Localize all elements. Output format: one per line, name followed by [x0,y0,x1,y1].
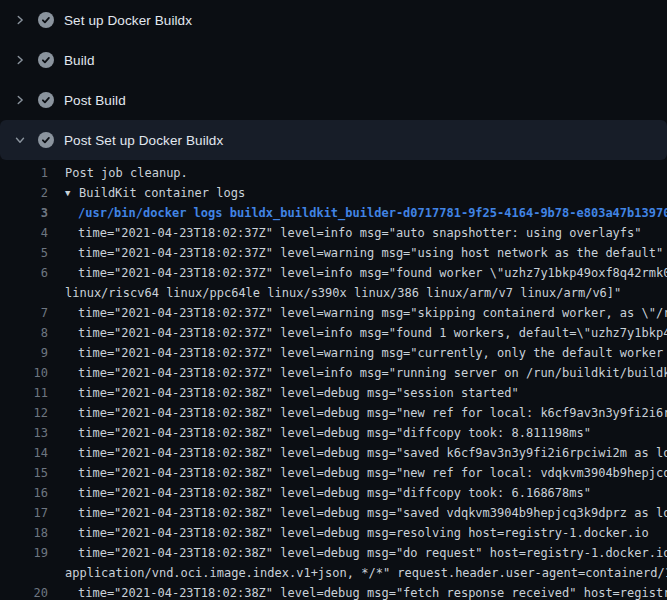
log-line: 7time="2021-04-23T18:02:37Z" level=warni… [0,303,667,323]
log-line: 18time="2021-04-23T18:02:38Z" level=debu… [0,523,667,543]
chevron-right-icon[interactable] [12,92,28,108]
log-line-number[interactable]: 20 [0,583,48,600]
chevron-right-icon[interactable] [12,52,28,68]
log-line-text: time="2021-04-23T18:02:38Z" level=debug … [78,406,667,420]
log-line-number[interactable]: 10 [0,363,48,383]
log-line: 17time="2021-04-23T18:02:38Z" level=debu… [0,503,667,523]
log-line-text: time="2021-04-23T18:02:38Z" level=debug … [78,446,667,460]
log-line-text: time="2021-04-23T18:02:37Z" level=info m… [78,266,667,280]
log-group-toggle-icon[interactable]: ▼ [65,183,79,203]
check-circle-icon [38,52,54,68]
log-line-number[interactable]: 8 [0,323,48,343]
log-line-number[interactable]: 9 [0,343,48,363]
step-header-set-up-docker-buildx[interactable]: Set up Docker Buildx [0,0,667,40]
log-line-number[interactable]: 13 [0,423,48,443]
log-line: 16time="2021-04-23T18:02:38Z" level=debu… [0,483,667,503]
log-line-text: time="2021-04-23T18:02:37Z" level=info m… [78,326,667,340]
log-line: 1Post job cleanup. [0,163,667,183]
log-line-number[interactable]: 14 [0,443,48,463]
log-line-number[interactable]: 12 [0,403,48,423]
log-line: 2▼BuildKit container logs [0,183,667,203]
log-line-text: time="2021-04-23T18:02:37Z" level=info m… [78,226,642,240]
log-line-number[interactable]: 4 [0,223,48,243]
log-line-number[interactable]: 18 [0,523,48,543]
log-line-text: BuildKit container logs [79,186,245,200]
log-line-text: application/vnd.oci.image.index.v1+json,… [65,566,667,580]
log-line-number[interactable]: 7 [0,303,48,323]
log-line-number[interactable]: 16 [0,483,48,503]
log-line-text: time="2021-04-23T18:02:38Z" level=debug … [78,506,667,520]
actions-log-viewer: Set up Docker BuildxBuildPost BuildPost … [0,0,667,600]
step-title: Post Set up Docker Buildx [64,133,223,148]
log-line-text: time="2021-04-23T18:02:38Z" level=debug … [78,486,591,500]
chevron-right-icon[interactable] [12,12,28,28]
log-line-text: time="2021-04-23T18:02:38Z" level=debug … [78,586,667,600]
log-line-text: /usr/bin/docker logs buildx_buildkit_bui… [78,206,667,220]
log-area: 1Post job cleanup.2▼BuildKit container l… [0,160,667,600]
log-line: 13time="2021-04-23T18:02:38Z" level=debu… [0,423,667,443]
step-title: Post Build [64,93,126,108]
log-line: 11time="2021-04-23T18:02:38Z" level=debu… [0,383,667,403]
step-header-build[interactable]: Build [0,40,667,80]
log-line: application/vnd.oci.image.index.v1+json,… [0,563,667,583]
log-line: 6time="2021-04-23T18:02:37Z" level=info … [0,263,667,283]
log-line: 8time="2021-04-23T18:02:37Z" level=info … [0,323,667,343]
log-line: 19time="2021-04-23T18:02:38Z" level=debu… [0,543,667,563]
step-title: Build [64,53,95,68]
log-line: 3/usr/bin/docker logs buildx_buildkit_bu… [0,203,667,223]
log-line: linux/riscv64 linux/ppc64le linux/s390x … [0,283,667,303]
log-line-number[interactable]: 11 [0,383,48,403]
log-line-text: linux/riscv64 linux/ppc64le linux/s390x … [65,286,621,300]
log-line-text: time="2021-04-23T18:02:38Z" level=debug … [78,526,649,540]
log-line-number[interactable]: 3 [0,203,48,223]
log-line-text: time="2021-04-23T18:02:37Z" level=warnin… [78,246,663,260]
log-line-number[interactable]: 6 [0,263,48,283]
log-line: 4time="2021-04-23T18:02:37Z" level=info … [0,223,667,243]
log-line-number[interactable]: 17 [0,503,48,523]
chevron-down-icon[interactable] [12,132,28,148]
log-line: 20time="2021-04-23T18:02:38Z" level=debu… [0,583,667,600]
log-line-text: Post job cleanup. [65,166,188,180]
log-line-text: time="2021-04-23T18:02:38Z" level=debug … [78,466,667,480]
log-line: 12time="2021-04-23T18:02:38Z" level=debu… [0,403,667,423]
log-line: 15time="2021-04-23T18:02:38Z" level=debu… [0,463,667,483]
log-line-text: time="2021-04-23T18:02:38Z" level=debug … [78,386,519,400]
log-line: 9time="2021-04-23T18:02:37Z" level=warni… [0,343,667,363]
log-line-number[interactable]: 15 [0,463,48,483]
check-circle-icon [38,132,54,148]
log-line-number[interactable]: 1 [0,163,48,183]
log-line-number[interactable]: 19 [0,543,48,563]
step-header-post-set-up-docker-buildx[interactable]: Post Set up Docker Buildx [0,120,667,160]
check-circle-icon [38,12,54,28]
log-line-text: time="2021-04-23T18:02:37Z" level=warnin… [78,306,667,320]
steps-list: Set up Docker BuildxBuildPost BuildPost … [0,0,667,160]
step-title: Set up Docker Buildx [64,13,192,28]
log-line-text: time="2021-04-23T18:02:37Z" level=info m… [78,366,667,380]
log-line: 10time="2021-04-23T18:02:37Z" level=info… [0,363,667,383]
log-line-text: time="2021-04-23T18:02:38Z" level=debug … [78,426,591,440]
log-line: 5time="2021-04-23T18:02:37Z" level=warni… [0,243,667,263]
check-circle-icon [38,92,54,108]
step-header-post-build[interactable]: Post Build [0,80,667,120]
log-line: 14time="2021-04-23T18:02:38Z" level=debu… [0,443,667,463]
log-line-number[interactable]: 2 [0,183,48,203]
log-line-number[interactable]: 5 [0,243,48,263]
log-line-text: time="2021-04-23T18:02:37Z" level=warnin… [78,346,667,360]
log-line-text: time="2021-04-23T18:02:38Z" level=debug … [78,546,667,560]
